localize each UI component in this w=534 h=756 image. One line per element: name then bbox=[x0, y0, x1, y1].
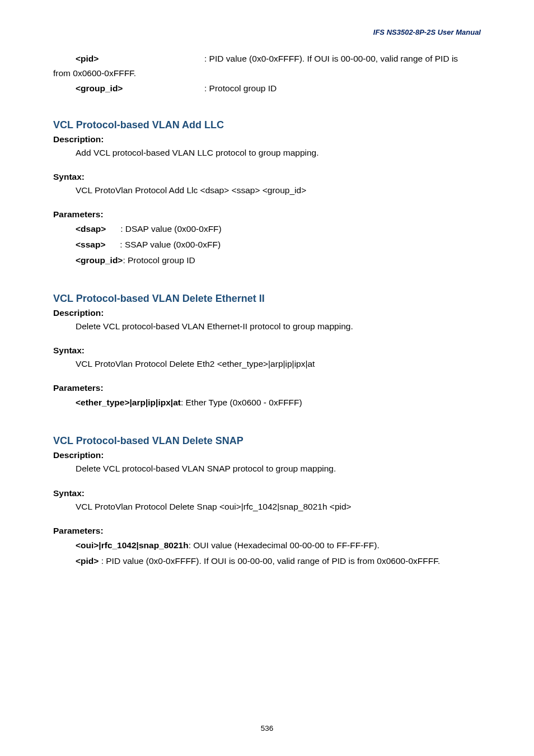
param-key-dsap: <dsap> bbox=[76, 224, 106, 234]
param-desc-oui: : OUI value (Hexadecimal 00-00-00 to FF-… bbox=[189, 540, 380, 550]
param-row-group: <group_id> : Protocol group ID bbox=[53, 82, 481, 95]
text-syntax-delsnap: VCL ProtoVlan Protocol Delete Snap <oui>… bbox=[53, 500, 481, 513]
param-row: <ssap> : SSAP value (0x00-0xFF) bbox=[53, 237, 481, 253]
label-syntax: Syntax: bbox=[53, 346, 481, 356]
top-param-block: <pid> : PID value (0x0-0xFFFF). If OUI i… bbox=[53, 52, 481, 95]
param-key-ssap: <ssap> bbox=[76, 240, 105, 249]
param-row: <dsap> : DSAP value (0x00-0xFF) bbox=[53, 221, 481, 237]
param-key-groupid: <group_id> bbox=[76, 255, 123, 265]
param-desc-dsap: : DSAP value (0x00-0xFF) bbox=[120, 224, 222, 234]
param-key-group: <group_id> bbox=[53, 82, 204, 95]
heading-add-llc: VCL Protocol-based VLAN Add LLC bbox=[53, 119, 481, 131]
param-row: <pid> : PID value (0x0-0xFFFF). If OUI i… bbox=[53, 553, 481, 569]
text-description-delsnap: Delete VCL protocol-based VLAN SNAP prot… bbox=[53, 462, 481, 475]
label-syntax: Syntax: bbox=[53, 172, 481, 182]
param-desc-ssap: : SSAP value (0x00-0xFF) bbox=[120, 240, 221, 249]
param-key-oui: <oui>|rfc_1042|snap_8021h bbox=[76, 540, 189, 550]
text-description-deleth2: Delete VCL protocol-based VLAN Ethernet-… bbox=[53, 320, 481, 333]
text-description-addllc: Add VCL protocol-based VLAN LLC protocol… bbox=[53, 146, 481, 159]
param-row: <group_id>: Protocol group ID bbox=[53, 253, 481, 268]
param-desc-group: : Protocol group ID bbox=[204, 82, 481, 95]
text-syntax-addllc: VCL ProtoVlan Protocol Add Llc <dsap> <s… bbox=[53, 184, 481, 197]
param-continuation: from 0x0600-0xFFFF. bbox=[53, 67, 481, 80]
heading-delete-snap: VCL Protocol-based VLAN Delete SNAP bbox=[53, 435, 481, 447]
header-title: IFS NS3502-8P-2S User Manual bbox=[53, 28, 481, 36]
text-syntax-deleth2: VCL ProtoVlan Protocol Delete Eth2 <ethe… bbox=[53, 357, 481, 370]
param-desc-ethertype: : Ether Type (0x0600 - 0xFFFF) bbox=[181, 398, 302, 407]
page-container: IFS NS3502-8P-2S User Manual <pid> : PID… bbox=[0, 0, 534, 756]
label-syntax: Syntax: bbox=[53, 488, 481, 498]
page-number: 536 bbox=[0, 724, 534, 732]
param-row: <oui>|rfc_1042|snap_8021h: OUI value (He… bbox=[53, 538, 481, 553]
param-key-ethertype: <ether_type>|arp|ip|ipx|at bbox=[76, 398, 181, 407]
param-desc-groupid: : Protocol group ID bbox=[123, 255, 195, 265]
label-parameters: Parameters: bbox=[53, 526, 481, 536]
label-description: Description: bbox=[53, 134, 481, 144]
label-description: Description: bbox=[53, 450, 481, 460]
heading-delete-eth2: VCL Protocol-based VLAN Delete Ethernet … bbox=[53, 293, 481, 305]
param-desc-pid: : PID value (0x0-0xFFFF). If OUI is 00-0… bbox=[204, 52, 481, 65]
param-row: <ether_type>|arp|ip|ipx|at: Ether Type (… bbox=[53, 395, 481, 410]
param-key-pid: <pid> bbox=[53, 52, 204, 65]
label-parameters: Parameters: bbox=[53, 209, 481, 220]
label-parameters: Parameters: bbox=[53, 383, 481, 393]
param-key-pid2: <pid> bbox=[76, 556, 99, 566]
label-description: Description: bbox=[53, 308, 481, 318]
param-desc-pid2: : PID value (0x0-0xFFFF). If OUI is 00-0… bbox=[99, 556, 440, 566]
param-row-pid: <pid> : PID value (0x0-0xFFFF). If OUI i… bbox=[53, 52, 481, 65]
